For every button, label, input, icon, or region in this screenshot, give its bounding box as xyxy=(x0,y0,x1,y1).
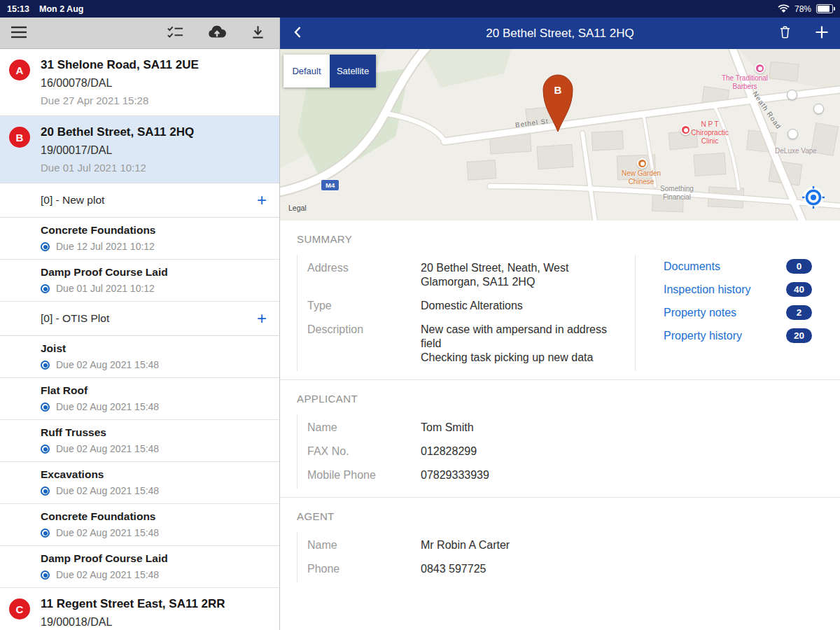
list-toolbar xyxy=(0,18,279,49)
download-button[interactable] xyxy=(250,24,266,42)
map-poi-dot xyxy=(755,63,765,74)
add-plot-task-button[interactable]: + xyxy=(257,312,267,325)
map-attribution-link[interactable]: Legal xyxy=(288,204,307,212)
property-notes-link[interactable]: Property notes xyxy=(664,306,736,319)
task-due-row: Due 02 Aug 2021 15:48 xyxy=(41,528,268,538)
task-due-row: Due 02 Aug 2021 15:48 xyxy=(41,402,268,412)
task-target-icon xyxy=(41,402,50,412)
status-bar: 15:13Mon 2 Aug 78% xyxy=(0,0,840,18)
task-title: Damp Proof Course Laid xyxy=(41,266,268,279)
count-badge: 0 xyxy=(786,259,812,274)
app-root: 15:13Mon 2 Aug 78% xyxy=(0,0,840,630)
count-badge: 20 xyxy=(786,328,812,343)
field-value: 07829333939 xyxy=(421,468,611,482)
field-row: Description New case with ampersand in a… xyxy=(307,318,635,370)
map-poi-barbers: The Traditional Barbers xyxy=(716,74,774,91)
link-row: Documents 0 xyxy=(664,259,812,274)
locate-me-button[interactable] xyxy=(802,186,825,209)
menu-button[interactable] xyxy=(10,26,27,41)
field-value: 0843 597725 xyxy=(421,562,611,576)
link-row: Property history 20 xyxy=(664,328,812,343)
task-due-row: Due 01 Jul 2021 10:12 xyxy=(41,284,268,294)
task-row[interactable]: Damp Proof Course Laid Due 02 Aug 2021 1… xyxy=(0,546,279,588)
field-value: 012828299 xyxy=(421,444,611,458)
field-label: Name xyxy=(307,421,421,435)
property-badge: A xyxy=(9,59,30,80)
delete-button[interactable] xyxy=(778,24,792,42)
property-item-selected[interactable]: B 20 Bethel Street, SA11 2HQ 19/00017/DA… xyxy=(0,116,279,183)
property-reference: 19/00017/DAL xyxy=(41,144,268,157)
summary-fields: Address 20 Bethel Street, Neath, West Gl… xyxy=(297,255,636,371)
back-button[interactable] xyxy=(290,24,307,43)
detail-header: 20 Bethel Street, SA11 2HQ xyxy=(280,18,840,49)
task-row[interactable]: Ruff Trusses Due 02 Aug 2021 15:48 xyxy=(0,420,279,462)
property-history-link[interactable]: Property history xyxy=(664,329,742,342)
field-row: Phone 0843 597725 xyxy=(307,557,823,581)
header-actions xyxy=(778,24,830,43)
task-row[interactable]: Concrete Foundations Due 02 Aug 2021 15:… xyxy=(0,504,279,546)
task-due: Due 02 Aug 2021 15:48 xyxy=(56,570,159,580)
add-plot-task-button[interactable]: + xyxy=(257,194,267,206)
detail-panel: 20 Bethel Street, SA11 2HQ xyxy=(280,18,840,630)
task-due-row: Due 02 Aug 2021 15:48 xyxy=(41,360,268,370)
field-value: Mr Robin A Carter xyxy=(421,538,611,552)
task-row[interactable]: Flat Roof Due 02 Aug 2021 15:48 xyxy=(0,378,279,420)
task-row[interactable]: Concrete Foundations Due 12 Jul 2021 10:… xyxy=(0,218,279,260)
link-row: Property notes 2 xyxy=(664,305,812,320)
property-title: 31 Shelone Road, SA11 2UE xyxy=(41,58,268,72)
plus-icon xyxy=(813,24,830,41)
documents-link[interactable]: Documents xyxy=(664,260,720,273)
property-item[interactable]: A 31 Shelone Road, SA11 2UE 16/00078/DAL… xyxy=(0,49,279,116)
task-due-row: Due 12 Jul 2021 10:12 xyxy=(41,241,268,252)
task-due-row: Due 02 Aug 2021 15:48 xyxy=(41,444,268,454)
map[interactable]: B Default Satellite The Traditional Barb… xyxy=(280,49,840,220)
checklist-button[interactable] xyxy=(167,24,184,42)
plot-row[interactable]: [0] - OTIS Plot + xyxy=(0,302,279,336)
field-row: Address 20 Bethel Street, Neath, West Gl… xyxy=(307,256,635,294)
map-road-badge: M4 xyxy=(321,179,340,191)
task-title: Damp Proof Course Laid xyxy=(41,552,268,565)
task-due: Due 02 Aug 2021 15:48 xyxy=(56,486,159,496)
battery-fill xyxy=(818,6,830,12)
section-summary: SUMMARY Address 20 Bethel Street, Neath,… xyxy=(280,220,840,379)
task-title: Concrete Foundations xyxy=(41,224,268,237)
summary-links: Documents 0 Inspection history 40 Proper… xyxy=(664,255,812,351)
inspection-history-link[interactable]: Inspection history xyxy=(664,283,751,296)
plot-row[interactable]: [0] - New plot + xyxy=(0,183,279,218)
map-poi-financial: Something Financial xyxy=(653,185,701,202)
field-label: Name xyxy=(307,538,421,552)
task-row[interactable]: Excavations Due 02 Aug 2021 15:48 xyxy=(0,462,279,504)
field-value: Tom Smith xyxy=(421,421,611,435)
property-item[interactable]: C 11 Regent Street East, SA11 2RR 19/000… xyxy=(0,588,279,630)
map-poi-dot xyxy=(637,158,648,169)
field-row: FAX No. 012828299 xyxy=(307,440,823,463)
checklist-icon xyxy=(167,24,184,40)
description-line-2: Checking task picking up new data xyxy=(421,351,611,365)
task-title: Joist xyxy=(41,342,268,355)
cloud-upload-icon xyxy=(207,24,227,39)
field-value: Domestic Alterations xyxy=(421,299,611,313)
task-target-icon xyxy=(41,570,50,580)
detail-title: 20 Bethel Street, SA11 2HQ xyxy=(486,27,634,41)
task-target-icon xyxy=(41,284,50,293)
add-button[interactable] xyxy=(813,24,830,43)
battery-icon xyxy=(816,4,833,13)
locate-icon xyxy=(802,186,825,209)
task-target-icon xyxy=(41,528,50,538)
section-applicant: APPLICANT Name Tom Smith FAX No. 0128282… xyxy=(280,379,840,497)
task-due: Due 02 Aug 2021 15:48 xyxy=(56,402,159,412)
section-heading: APPLICANT xyxy=(297,393,823,405)
task-title: Flat Roof xyxy=(41,384,268,397)
task-title: Ruff Trusses xyxy=(41,426,268,439)
map-tab-satellite[interactable]: Satellite xyxy=(330,55,376,88)
task-row[interactable]: Joist Due 02 Aug 2021 15:48 xyxy=(0,336,279,378)
battery-percent: 78% xyxy=(794,4,811,14)
plot-name: [0] - New plot xyxy=(41,194,104,206)
cloud-upload-button[interactable] xyxy=(207,24,227,41)
property-due: Due 01 Jul 2021 10:12 xyxy=(41,162,268,174)
map-tab-default[interactable]: Default xyxy=(284,55,330,88)
property-title: 11 Regent Street East, SA11 2RR xyxy=(41,597,268,611)
trash-icon xyxy=(778,24,792,40)
task-row[interactable]: Damp Proof Course Laid Due 01 Jul 2021 1… xyxy=(0,260,279,302)
task-target-icon xyxy=(41,242,50,251)
